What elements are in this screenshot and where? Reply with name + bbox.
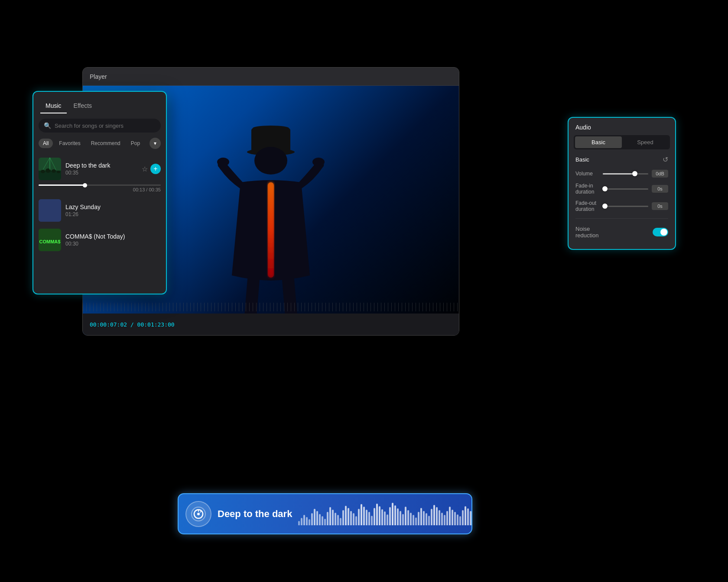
waveform-bar (407, 510, 409, 525)
waveform-bar (400, 511, 401, 525)
fade-out-control-row: Fade-outduration 0s (569, 197, 675, 215)
fade-in-label: Fade-induration (575, 183, 599, 195)
volume-slider[interactable] (603, 173, 648, 175)
add-to-timeline-button[interactable]: + (150, 164, 161, 174)
noise-reduction-row: Noisereduction (569, 222, 675, 242)
progress-fill (39, 184, 85, 186)
song-thumbnail (39, 158, 61, 180)
thumb-art (39, 199, 61, 222)
waveform-bar (449, 507, 451, 525)
noise-reduction-label: Noisereduction (575, 226, 649, 239)
audio-tabs: Basic Speed (574, 135, 670, 149)
song-thumbnail (39, 199, 61, 222)
waveform-bar (303, 515, 305, 525)
song-name: Lazy Sunday (65, 204, 161, 210)
waveform-bar (342, 510, 344, 525)
audio-panel-title: Audio (569, 118, 675, 135)
person-silhouette (197, 111, 344, 335)
waveform-bar (345, 506, 347, 525)
waveform-bar (379, 506, 380, 525)
waveform-bar (426, 513, 427, 525)
waveform-bar (363, 507, 365, 525)
svg-point-13 (52, 169, 56, 173)
volume-label: Volume (575, 171, 599, 177)
waveform-bar (423, 511, 425, 525)
list-item[interactable]: Lazy Sunday 01:26 (33, 196, 166, 225)
tab-effects[interactable]: Effects (68, 99, 98, 113)
thumb-art (39, 158, 61, 180)
time-display: 00:00:07:02 / 00:01:23:00 (90, 321, 175, 328)
svg-rect-6 (268, 182, 274, 278)
fade-in-control-row: Fade-induration 0s (569, 180, 675, 197)
section-basic-label: Basic ↺ (569, 155, 675, 167)
waveform-bar (420, 508, 422, 525)
waveform-bar (327, 512, 328, 525)
search-input[interactable] (55, 123, 156, 129)
tab-speed[interactable]: Speed (622, 136, 669, 148)
fade-in-slider[interactable] (603, 188, 648, 190)
fade-in-thumb[interactable] (602, 186, 608, 191)
waveform-bar (368, 512, 370, 525)
timeline-dots (83, 303, 459, 311)
waveform-bar (366, 510, 367, 525)
svg-rect-18 (39, 199, 61, 222)
thumb-art: COMMA$ (39, 229, 61, 251)
filter-all[interactable]: All (39, 139, 53, 148)
waveform-bar (376, 504, 378, 525)
timeline-bar[interactable]: 00:00:07:02 / 00:01:23:00 (83, 314, 459, 335)
volume-thumb[interactable] (632, 171, 637, 176)
svg-point-3 (254, 147, 287, 175)
favorite-button[interactable]: ☆ (142, 165, 148, 173)
waveform-bar (470, 511, 471, 525)
fade-out-label: Fade-outduration (575, 200, 599, 212)
waveform-bar (387, 514, 388, 525)
song-actions: ☆ + (142, 164, 161, 174)
reset-icon[interactable]: ↺ (663, 155, 668, 164)
song-thumbnail: COMMA$ (39, 229, 61, 251)
now-playing-bar: Deep to the dark (178, 493, 472, 534)
waveform-bar (309, 519, 310, 525)
waveform-bar (381, 509, 383, 525)
tab-music[interactable]: Music (40, 99, 67, 113)
song-progress[interactable]: 00:13 / 00:35 (33, 184, 166, 196)
waveform-bar (446, 511, 448, 525)
tab-basic[interactable]: Basic (575, 136, 622, 148)
filter-recommend[interactable]: Recommend (87, 139, 125, 148)
waveform-bar (459, 516, 461, 525)
noise-reduction-toggle[interactable] (653, 228, 668, 236)
svg-text:COMMA$: COMMA$ (39, 239, 61, 244)
waveform-bar (358, 509, 360, 525)
tabs-row: Music Effects (33, 92, 166, 113)
waveform-bar (452, 510, 453, 525)
volume-value: 0dB (652, 170, 668, 178)
waveform-container (298, 501, 472, 527)
waveform-bar (348, 508, 349, 525)
fade-out-value: 0s (652, 202, 668, 210)
waveform-bar (361, 504, 362, 525)
waveform-bar (462, 510, 464, 525)
fade-out-slider[interactable] (603, 206, 648, 207)
search-icon: 🔍 (44, 122, 51, 129)
song-info: COMMA$ (Not Today) 00:30 (65, 233, 161, 247)
filter-more-button[interactable]: ▾ (150, 138, 161, 149)
waveform-bar (329, 507, 331, 525)
waveform-bar (392, 503, 393, 525)
waveform-bar (316, 511, 318, 525)
filter-pop[interactable]: Pop (127, 139, 144, 148)
filter-favorites[interactable]: Favorites (55, 139, 84, 148)
svg-point-5 (312, 158, 325, 166)
waveform-bar (384, 511, 386, 525)
list-item[interactable]: Deep to the dark 00:35 ☆ + (33, 154, 166, 184)
search-bar[interactable]: 🔍 (39, 119, 161, 133)
waveform-bar (410, 513, 412, 525)
fade-out-thumb[interactable] (602, 204, 608, 209)
list-item[interactable]: COMMA$ COMMA$ (Not Today) 00:30 (33, 225, 166, 255)
song-duration: 00:35 (65, 170, 137, 176)
waveform-bar (441, 513, 443, 525)
waveform-bar (465, 506, 466, 525)
player-title: Player (90, 73, 107, 80)
waveform-bar (431, 509, 432, 525)
progress-track[interactable] (39, 184, 161, 186)
waveform-bar (397, 508, 399, 525)
progress-thumb (83, 183, 87, 188)
